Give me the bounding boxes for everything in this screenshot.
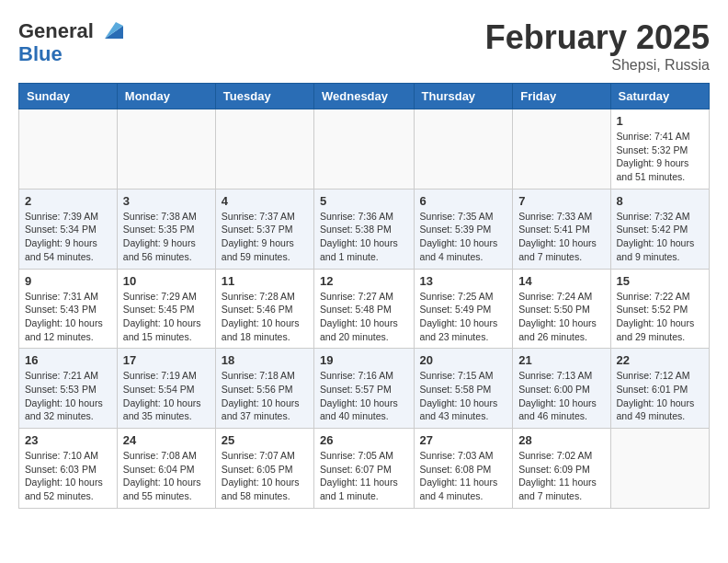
day-info: Sunrise: 7:05 AM Sunset: 6:07 PM Dayligh…: [320, 449, 408, 503]
day-info: Sunrise: 7:16 AM Sunset: 5:57 PM Dayligh…: [320, 369, 408, 423]
weekday-header-thursday: Thursday: [414, 84, 513, 109]
calendar-cell: 15Sunrise: 7:22 AM Sunset: 5:52 PM Dayli…: [610, 269, 709, 349]
calendar-cell: 2Sunrise: 7:39 AM Sunset: 5:34 PM Daylig…: [19, 189, 118, 269]
calendar-cell: 4Sunrise: 7:37 AM Sunset: 5:37 PM Daylig…: [215, 189, 313, 269]
calendar-cell: [19, 109, 118, 190]
calendar-cell: 27Sunrise: 7:03 AM Sunset: 6:08 PM Dayli…: [414, 429, 513, 509]
weekday-header-monday: Monday: [117, 84, 215, 109]
day-info: Sunrise: 7:15 AM Sunset: 5:58 PM Dayligh…: [420, 369, 507, 423]
day-number: 6: [420, 194, 507, 208]
day-number: 22: [617, 353, 703, 367]
day-number: 14: [518, 274, 604, 288]
weekday-header-wednesday: Wednesday: [314, 84, 415, 109]
day-info: Sunrise: 7:10 AM Sunset: 6:03 PM Dayligh…: [25, 449, 111, 503]
day-number: 25: [222, 433, 308, 447]
calendar-cell: 24Sunrise: 7:08 AM Sunset: 6:04 PM Dayli…: [117, 429, 215, 509]
day-info: Sunrise: 7:35 AM Sunset: 5:39 PM Dayligh…: [420, 210, 507, 264]
day-number: 2: [25, 194, 111, 208]
calendar-cell: 26Sunrise: 7:05 AM Sunset: 6:07 PM Dayli…: [314, 429, 415, 509]
day-number: 10: [123, 274, 210, 288]
day-number: 24: [123, 433, 210, 447]
day-info: Sunrise: 7:02 AM Sunset: 6:09 PM Dayligh…: [518, 449, 604, 503]
day-number: 16: [25, 353, 111, 367]
weekday-header-sunday: Sunday: [19, 84, 118, 109]
calendar-cell: 13Sunrise: 7:25 AM Sunset: 5:49 PM Dayli…: [414, 269, 513, 349]
day-number: 12: [320, 274, 408, 288]
day-info: Sunrise: 7:28 AM Sunset: 5:46 PM Dayligh…: [222, 290, 308, 344]
calendar-cell: 7Sunrise: 7:33 AM Sunset: 5:41 PM Daylig…: [513, 189, 610, 269]
calendar-cell: 22Sunrise: 7:12 AM Sunset: 6:01 PM Dayli…: [610, 349, 709, 429]
day-info: Sunrise: 7:18 AM Sunset: 5:56 PM Dayligh…: [222, 369, 308, 423]
weekday-header-saturday: Saturday: [610, 84, 709, 109]
day-number: 5: [320, 194, 408, 208]
calendar-cell: 16Sunrise: 7:21 AM Sunset: 5:53 PM Dayli…: [19, 349, 118, 429]
day-info: Sunrise: 7:22 AM Sunset: 5:52 PM Dayligh…: [617, 290, 703, 344]
calendar-cell: 25Sunrise: 7:07 AM Sunset: 6:05 PM Dayli…: [215, 429, 313, 509]
calendar-header-row: SundayMondayTuesdayWednesdayThursdayFrid…: [19, 84, 710, 109]
day-number: 8: [617, 194, 703, 208]
calendar-cell: 14Sunrise: 7:24 AM Sunset: 5:50 PM Dayli…: [513, 269, 610, 349]
day-info: Sunrise: 7:08 AM Sunset: 6:04 PM Dayligh…: [123, 449, 210, 503]
calendar-week-row: 2Sunrise: 7:39 AM Sunset: 5:34 PM Daylig…: [19, 189, 710, 269]
calendar-week-row: 23Sunrise: 7:10 AM Sunset: 6:03 PM Dayli…: [19, 429, 710, 509]
day-info: Sunrise: 7:13 AM Sunset: 6:00 PM Dayligh…: [518, 369, 604, 423]
calendar-week-row: 9Sunrise: 7:31 AM Sunset: 5:43 PM Daylig…: [19, 269, 710, 349]
calendar-cell: 23Sunrise: 7:10 AM Sunset: 6:03 PM Dayli…: [19, 429, 118, 509]
day-number: 23: [25, 433, 111, 447]
day-info: Sunrise: 7:37 AM Sunset: 5:37 PM Dayligh…: [222, 210, 308, 264]
day-number: 7: [518, 194, 604, 208]
calendar-cell: 1Sunrise: 7:41 AM Sunset: 5:32 PM Daylig…: [610, 109, 709, 190]
weekday-header-friday: Friday: [513, 84, 610, 109]
logo: General Blue: [18, 18, 123, 64]
day-info: Sunrise: 7:19 AM Sunset: 5:54 PM Dayligh…: [123, 369, 210, 423]
logo-general-text: General: [18, 21, 94, 41]
calendar-cell: [513, 109, 610, 190]
day-number: 21: [518, 353, 604, 367]
day-info: Sunrise: 7:39 AM Sunset: 5:34 PM Dayligh…: [25, 210, 111, 264]
page-header: General Blue February 2025 Shepsi, Russi…: [18, 18, 710, 74]
calendar-cell: [117, 109, 215, 190]
calendar-cell: 6Sunrise: 7:35 AM Sunset: 5:39 PM Daylig…: [414, 189, 513, 269]
calendar-cell: 8Sunrise: 7:32 AM Sunset: 5:42 PM Daylig…: [610, 189, 709, 269]
day-number: 3: [123, 194, 210, 208]
calendar-cell: [215, 109, 313, 190]
day-info: Sunrise: 7:27 AM Sunset: 5:48 PM Dayligh…: [320, 290, 408, 344]
day-number: 19: [320, 353, 408, 367]
calendar-cell: [414, 109, 513, 190]
day-info: Sunrise: 7:32 AM Sunset: 5:42 PM Dayligh…: [617, 210, 703, 264]
day-info: Sunrise: 7:24 AM Sunset: 5:50 PM Dayligh…: [518, 290, 604, 344]
calendar-week-row: 1Sunrise: 7:41 AM Sunset: 5:32 PM Daylig…: [19, 109, 710, 190]
calendar-cell: 28Sunrise: 7:02 AM Sunset: 6:09 PM Dayli…: [513, 429, 610, 509]
calendar-cell: 11Sunrise: 7:28 AM Sunset: 5:46 PM Dayli…: [215, 269, 313, 349]
calendar-cell: 18Sunrise: 7:18 AM Sunset: 5:56 PM Dayli…: [215, 349, 313, 429]
day-number: 9: [25, 274, 111, 288]
calendar-cell: 5Sunrise: 7:36 AM Sunset: 5:38 PM Daylig…: [314, 189, 415, 269]
day-number: 27: [420, 433, 507, 447]
day-info: Sunrise: 7:33 AM Sunset: 5:41 PM Dayligh…: [518, 210, 604, 264]
day-info: Sunrise: 7:41 AM Sunset: 5:32 PM Dayligh…: [617, 130, 703, 184]
day-number: 26: [320, 433, 408, 447]
weekday-header-tuesday: Tuesday: [215, 84, 313, 109]
day-number: 17: [123, 353, 210, 367]
day-info: Sunrise: 7:03 AM Sunset: 6:08 PM Dayligh…: [420, 449, 507, 503]
calendar-week-row: 16Sunrise: 7:21 AM Sunset: 5:53 PM Dayli…: [19, 349, 710, 429]
day-info: Sunrise: 7:12 AM Sunset: 6:01 PM Dayligh…: [617, 369, 703, 423]
calendar-cell: 12Sunrise: 7:27 AM Sunset: 5:48 PM Dayli…: [314, 269, 415, 349]
calendar-cell: [610, 429, 709, 509]
location-title: Shepsi, Russia: [485, 57, 710, 74]
day-number: 28: [518, 433, 604, 447]
day-info: Sunrise: 7:25 AM Sunset: 5:49 PM Dayligh…: [420, 290, 507, 344]
day-number: 15: [617, 274, 703, 288]
day-info: Sunrise: 7:07 AM Sunset: 6:05 PM Dayligh…: [222, 449, 308, 503]
month-title: February 2025: [485, 18, 710, 57]
calendar-cell: 17Sunrise: 7:19 AM Sunset: 5:54 PM Dayli…: [117, 349, 215, 429]
day-number: 20: [420, 353, 507, 367]
logo-blue-text: Blue: [18, 44, 123, 64]
day-number: 1: [617, 114, 703, 128]
calendar-cell: 9Sunrise: 7:31 AM Sunset: 5:43 PM Daylig…: [19, 269, 118, 349]
day-number: 11: [222, 274, 308, 288]
calendar-cell: 20Sunrise: 7:15 AM Sunset: 5:58 PM Dayli…: [414, 349, 513, 429]
calendar-cell: 21Sunrise: 7:13 AM Sunset: 6:00 PM Dayli…: [513, 349, 610, 429]
day-number: 18: [222, 353, 308, 367]
calendar-cell: [314, 109, 415, 190]
